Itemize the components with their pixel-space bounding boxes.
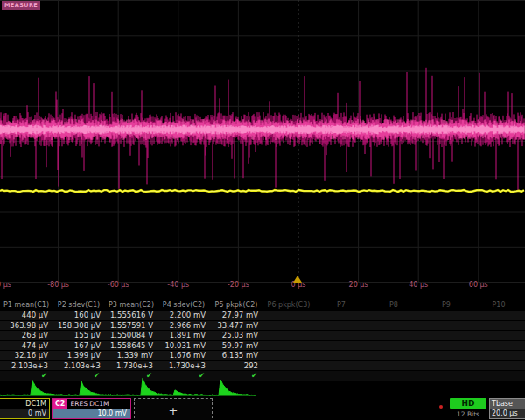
time-axis-label: -60 µs: [108, 281, 130, 289]
measure-cell: [368, 311, 420, 320]
measure-cell: [368, 331, 420, 340]
measure-cell: [472, 321, 525, 331]
measure-cell: 1.558645 V: [105, 341, 158, 351]
measure-header-4[interactable]: P4 sdev(C2): [158, 300, 210, 310]
timebase-value: 20.0 µs: [490, 409, 525, 418]
measure-cell: 263 µV: [0, 331, 52, 340]
measure-cell: [315, 341, 368, 351]
measure-header-5[interactable]: P5 pkpk(C2): [210, 300, 262, 310]
measure-cell: 155 µV: [52, 331, 105, 340]
measure-cell: [420, 331, 472, 340]
record-indicator-icon: [439, 405, 443, 409]
measure-cell: 1.891 mV: [158, 331, 210, 340]
measure-cell: 1.399 µV: [52, 351, 105, 360]
time-axis-label: -80 µs: [47, 281, 69, 289]
measure-cell: 33.477 mV: [210, 321, 262, 331]
measure-cell: [315, 351, 368, 360]
measure-cell: [368, 341, 420, 351]
measure-header-6[interactable]: P6 pkpk(C3): [262, 300, 315, 310]
c1-scale-value: 0 mV: [0, 409, 49, 418]
measure-cell: 1.730e+3: [158, 361, 210, 371]
measure-cell: [262, 361, 315, 371]
histicon-path: [0, 378, 256, 396]
measure-cell: [420, 311, 472, 320]
time-axis-label: 40 µs: [409, 281, 428, 289]
measure-cell: [472, 361, 525, 371]
measure-cell: [315, 321, 368, 331]
measure-cell: 2.103e+3: [52, 361, 105, 371]
measurement-table: P1 mean(C1)P2 sdev(C1)P3 mean(C2)P4 sdev…: [0, 300, 525, 382]
plus-icon: +: [169, 404, 178, 417]
measure-cell: 1.676 mV: [158, 351, 210, 360]
time-axis-label: 60 µs: [469, 281, 488, 289]
measure-cell: 440 µV: [0, 311, 52, 320]
add-trace-button[interactable]: +: [134, 398, 213, 420]
timebase-label: Tbase: [490, 399, 525, 409]
measure-row: 474 µV167 µV1.558645 V10.031 mV59.97 mV: [0, 340, 525, 351]
measure-header-1[interactable]: P1 mean(C1): [0, 300, 52, 310]
measure-header-10[interactable]: P10: [472, 300, 525, 310]
measure-row: 263 µV155 µV1.550084 V1.891 mV25.03 mV: [0, 330, 525, 340]
timebase-descriptor[interactable]: Tbase 20.0 µs: [489, 398, 525, 419]
measure-cell: 1.730e+3: [105, 361, 158, 371]
measure-cell: 32.16 µV: [0, 351, 52, 360]
measure-header-3[interactable]: P3 mean(C2): [105, 300, 158, 310]
measure-cell: [472, 351, 525, 360]
measure-cell: 6.135 mV: [210, 351, 262, 360]
measure-cell: 158.308 µV: [52, 321, 105, 331]
measure-cell: [262, 351, 315, 360]
c2-mode-label: ERES DC1M: [67, 399, 108, 409]
trigger-time-marker-icon[interactable]: [293, 276, 302, 283]
measure-cell: [262, 321, 315, 331]
time-axis: -100 µs-80 µs-60 µs-40 µs-20 µs0 µs20 µs…: [0, 281, 525, 292]
measure-cell: [262, 341, 315, 351]
time-axis-label: -20 µs: [228, 281, 249, 289]
measurement-histicons: [0, 376, 525, 399]
channel-c1-descriptor[interactable]: DC1M 0 mV: [0, 398, 50, 419]
measure-cell: [472, 341, 525, 351]
measure-cell: 474 µV: [0, 341, 52, 351]
measure-cell: [472, 331, 525, 340]
measure-cell: 10.031 mV: [158, 341, 210, 351]
measure-cell: 292: [210, 361, 262, 371]
measure-cell: [420, 321, 472, 331]
measure-cell: 25.03 mV: [210, 331, 262, 340]
c2-scale-value: 10.0 mV: [52, 409, 130, 418]
c1-coupling-label: DC1M: [0, 399, 49, 409]
measure-cell: [420, 361, 472, 371]
measure-cell: [315, 331, 368, 340]
measure-row: 32.16 µV1.399 µV1.339 mV1.676 mV6.135 mV: [0, 350, 525, 360]
measure-header-2[interactable]: P2 sdev(C1): [52, 300, 105, 310]
measure-header-7[interactable]: P7: [315, 300, 368, 310]
measure-cell: 1.555616 V: [105, 311, 158, 320]
measure-cell: 1.550084 V: [105, 331, 158, 340]
measure-header-9[interactable]: P9: [420, 300, 472, 310]
measure-cell: 2.200 mV: [158, 311, 210, 320]
hd-mode-badge[interactable]: HD: [450, 398, 486, 409]
measure-cell: 160 µV: [52, 311, 105, 320]
channel-c2-descriptor[interactable]: C2 ERES DC1M 10.0 mV: [52, 398, 131, 419]
waveform-grid: [0, 0, 525, 289]
time-axis-label: -40 µs: [167, 281, 189, 289]
measure-row: 363.98 µV158.308 µV1.557591 V2.966 mV33.…: [0, 320, 525, 331]
measure-cell: [368, 321, 420, 331]
measure-cell: 27.97 mV: [210, 311, 262, 320]
measure-cell: 2.103e+3: [0, 361, 52, 371]
measure-cell: [420, 341, 472, 351]
measure-cell: [420, 351, 472, 360]
measure-cell: [315, 361, 368, 371]
oscilloscope-screen: MEASURE -100 µs-80 µs-60 µs-40 µs-20 µs0…: [0, 0, 525, 420]
measure-cell: 1.557591 V: [105, 321, 158, 331]
measure-cell: 59.97 mV: [210, 341, 262, 351]
measure-cell: [262, 331, 315, 340]
time-axis-label: 20 µs: [349, 281, 368, 289]
measure-cell: [472, 311, 525, 320]
c2-channel-badge: C2: [52, 399, 67, 409]
descriptor-bar: DC1M 0 mV C2 ERES DC1M 10.0 mV + HD 12 B…: [0, 397, 525, 420]
measure-menu-label[interactable]: MEASURE: [2, 1, 40, 10]
measure-cell: [262, 311, 315, 320]
measure-cell: [368, 361, 420, 371]
time-axis-label: -100 µs: [0, 281, 11, 289]
measure-header-8[interactable]: P8: [368, 300, 420, 310]
measure-cell: 2.966 mV: [158, 321, 210, 331]
